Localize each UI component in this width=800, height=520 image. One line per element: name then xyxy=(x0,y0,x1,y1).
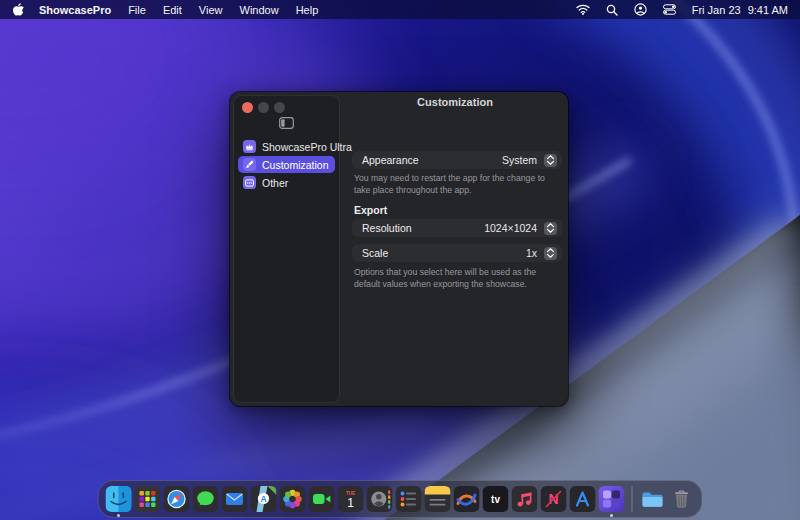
svg-text:A: A xyxy=(260,494,266,504)
dock: A TUE 1 xyxy=(98,480,703,518)
dock-safari-icon[interactable] xyxy=(164,486,190,512)
scale-row: Scale 1x xyxy=(352,244,562,262)
dock-trash-icon[interactable] xyxy=(669,486,695,512)
svg-text:tv: tv xyxy=(491,494,500,505)
resolution-value: 1024×1024 xyxy=(484,222,537,234)
dock-maps-icon[interactable]: A xyxy=(251,486,277,512)
dock-finder-icon[interactable] xyxy=(106,486,132,512)
sidebar-toggle-icon[interactable] xyxy=(279,115,294,133)
zoom-button[interactable] xyxy=(274,102,285,113)
menu-view[interactable]: View xyxy=(199,4,223,16)
close-button[interactable] xyxy=(242,102,253,113)
window-sidebar: ShowcasePro Ultra Customization xyxy=(233,95,340,403)
stepper-icon xyxy=(544,247,557,260)
wifi-icon[interactable] xyxy=(576,3,590,17)
appearance-value: System xyxy=(502,154,537,166)
scale-value: 1x xyxy=(526,247,537,259)
resolution-label: Resolution xyxy=(362,222,412,234)
sidebar-item-label: Customization xyxy=(262,159,329,171)
export-section-header: Export xyxy=(354,204,387,216)
svg-text:1: 1 xyxy=(347,496,354,510)
control-center-icon[interactable] xyxy=(663,3,677,17)
active-app-name[interactable]: ShowcasePro xyxy=(39,4,111,16)
stepper-icon xyxy=(544,154,557,167)
scale-select[interactable]: 1x xyxy=(526,247,557,260)
sidebar-item-showcasepro-ultra[interactable]: ShowcasePro Ultra xyxy=(238,138,335,155)
traffic-lights xyxy=(242,102,285,113)
dock-reminders-icon[interactable] xyxy=(396,486,422,512)
dock-launchpad-icon[interactable] xyxy=(135,486,161,512)
box-ellipsis-icon xyxy=(243,176,256,189)
customization-window: ShowcasePro Ultra Customization xyxy=(230,92,568,406)
dock-news-icon[interactable]: N xyxy=(541,486,567,512)
dock-folder-icon[interactable] xyxy=(640,486,666,512)
dock-photos-icon[interactable] xyxy=(280,486,306,512)
stepper-icon xyxy=(544,222,557,235)
sidebar-item-label: Other xyxy=(262,177,288,189)
appearance-select[interactable]: System xyxy=(502,154,557,167)
resolution-select[interactable]: 1024×1024 xyxy=(484,222,557,235)
resolution-row: Resolution 1024×1024 xyxy=(352,219,562,237)
dock-mail-icon[interactable] xyxy=(222,486,248,512)
dock-appstore-icon[interactable] xyxy=(570,486,596,512)
scale-label: Scale xyxy=(362,247,388,259)
dock-divider xyxy=(632,486,633,512)
menu-help[interactable]: Help xyxy=(296,4,319,16)
appearance-label: Appearance xyxy=(362,154,419,166)
menu-edit[interactable]: Edit xyxy=(163,4,182,16)
sidebar-item-customization[interactable]: Customization xyxy=(238,156,335,173)
dock-swirl-app-icon[interactable] xyxy=(454,486,480,512)
settings-content: Appearance System You may need to restar… xyxy=(342,92,568,406)
minimize-button[interactable] xyxy=(258,102,269,113)
crown-icon xyxy=(243,140,256,153)
search-icon[interactable] xyxy=(605,3,619,17)
menu-time: 9:41 AM xyxy=(748,4,788,16)
user-icon[interactable] xyxy=(634,3,648,17)
export-note: Options that you select here will be use… xyxy=(354,266,556,291)
menu-date: Fri Jan 23 xyxy=(692,4,741,16)
appearance-row: Appearance System xyxy=(352,151,562,169)
dock-showcasepro-icon[interactable] xyxy=(599,486,625,512)
menu-file[interactable]: File xyxy=(128,4,146,16)
appearance-note: You may need to restart the app for the … xyxy=(354,172,556,197)
menu-clock[interactable]: Fri Jan 23 9:41 AM xyxy=(692,4,788,16)
dock-contacts-icon[interactable] xyxy=(367,486,393,512)
dock-tv-icon[interactable]: tv xyxy=(483,486,509,512)
dock-facetime-icon[interactable] xyxy=(309,486,335,512)
menu-window[interactable]: Window xyxy=(240,4,279,16)
dock-music-icon[interactable] xyxy=(512,486,538,512)
dock-calendar-icon[interactable]: TUE 1 xyxy=(338,486,364,512)
sidebar-item-label: ShowcasePro Ultra xyxy=(262,141,352,153)
apple-menu-icon[interactable] xyxy=(12,3,25,17)
menu-bar: ShowcasePro File Edit View Window Help xyxy=(0,0,800,19)
dock-notes-icon[interactable] xyxy=(425,486,451,512)
dock-messages-icon[interactable] xyxy=(193,486,219,512)
sidebar-item-other[interactable]: Other xyxy=(238,174,335,191)
paintbrush-icon xyxy=(243,158,256,171)
